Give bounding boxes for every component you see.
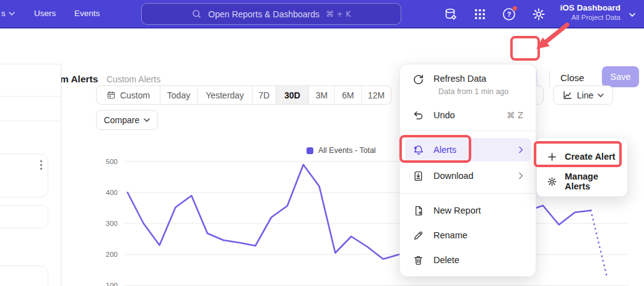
range-7d[interactable]: 7D: [253, 86, 276, 104]
date-range-selector: Custom Today Yesterday 7D 30D 3M 6M 12M: [96, 85, 391, 105]
chevron-down-icon: [598, 93, 604, 97]
chart-type-label: Line: [577, 90, 593, 100]
menu-item-label: New Report: [433, 206, 481, 215]
report-header: Custom Alerts Custom Alerts GV Duplicate…: [0, 28, 644, 64]
settings-icon[interactable]: [531, 7, 546, 22]
menu-item-label: Alerts: [433, 145, 456, 155]
notification-badge: [512, 6, 518, 11]
nav-item-events[interactable]: Events: [74, 9, 100, 18]
search-placeholder: Open Reports & Dashboards: [208, 9, 320, 19]
svg-text:500: 500: [106, 158, 118, 165]
new-report-icon: [412, 205, 424, 217]
help-icon[interactable]: ?: [502, 7, 516, 22]
compare-label: Compare: [104, 115, 140, 125]
left-sidebar: [0, 64, 61, 286]
project-scope: All Project Data: [560, 14, 620, 21]
search-icon: [191, 9, 202, 19]
range-6m[interactable]: 6M: [335, 86, 362, 104]
nav-brand-label: s: [1, 9, 6, 18]
gear-icon: [547, 176, 557, 187]
chevron-down-icon: [144, 118, 150, 122]
menu-item-label: Download: [433, 171, 474, 181]
menu-item-alerts[interactable]: Alerts: [405, 138, 531, 162]
svg-text:100: 100: [106, 282, 118, 286]
refresh-icon: [412, 74, 424, 85]
svg-text:200: 200: [106, 251, 118, 258]
undo-icon: [412, 110, 424, 121]
menu-item-label: Undo: [433, 110, 455, 120]
menu-item-label: Refresh Data: [433, 74, 486, 84]
menu-divider: [400, 131, 536, 131]
plus-icon: [547, 152, 557, 162]
global-search-input[interactable]: Open Reports & Dashboards ⌘ + K: [141, 3, 401, 25]
chevron-down-icon: [9, 12, 15, 15]
range-yesterday[interactable]: Yesterday: [198, 86, 253, 104]
chart-type-button[interactable]: Line: [553, 85, 613, 105]
data-icon[interactable]: [443, 7, 458, 22]
more-options-menu: Refresh Data Data from 1 min ago Undo ⌘ …: [399, 64, 536, 277]
submenu-item-label: Manage Alerts: [565, 171, 617, 191]
sidebar-metric-card[interactable]: [0, 205, 48, 228]
menu-item-label: Delete: [433, 255, 459, 265]
compare-button[interactable]: Compare: [96, 110, 158, 130]
menu-item-label: Rename: [433, 230, 468, 240]
top-nav: s Users Events Open Reports & Dashboards…: [0, 0, 644, 28]
sidebar-section[interactable]: [0, 64, 61, 97]
menu-shortcut: ⌘ Z: [507, 110, 523, 120]
submenu-item-create-alert[interactable]: Create Alert: [541, 145, 624, 168]
alerts-submenu: Create Alert Manage Alerts: [536, 137, 628, 197]
submenu-item-manage-alerts[interactable]: Manage Alerts: [541, 170, 624, 193]
range-custom[interactable]: Custom: [97, 86, 160, 104]
save-button[interactable]: Save: [602, 66, 639, 87]
download-icon: [412, 170, 424, 182]
range-12m[interactable]: 12M: [362, 86, 391, 104]
menu-divider: [400, 193, 536, 194]
pencil-icon: [412, 230, 424, 241]
search-shortcut: ⌘ + K: [326, 9, 351, 19]
menu-item-refresh-data[interactable]: Refresh Data Data from 1 min ago: [405, 69, 531, 98]
bell-plus-icon: [412, 144, 424, 156]
submenu-chevron-icon: [518, 172, 523, 180]
menu-item-download[interactable]: Download: [405, 165, 531, 187]
svg-text:?: ?: [507, 11, 511, 18]
range-3m[interactable]: 3M: [309, 86, 335, 104]
submenu-item-label: Create Alert: [565, 152, 616, 162]
close-button[interactable]: Close: [560, 72, 584, 83]
range-today[interactable]: Today: [160, 86, 198, 104]
header-divider: [549, 71, 550, 87]
project-switcher[interactable]: iOS Dashboard All Project Data: [560, 3, 620, 21]
sidebar-section[interactable]: [0, 97, 61, 121]
svg-text:400: 400: [106, 189, 118, 196]
apps-grid-icon[interactable]: [472, 7, 487, 22]
menu-item-delete[interactable]: Delete: [405, 249, 531, 271]
menu-item-undo[interactable]: Undo ⌘ Z: [405, 104, 531, 126]
submenu-chevron-icon: [518, 146, 523, 154]
trash-icon: [412, 254, 424, 266]
menu-item-rename[interactable]: Rename: [405, 224, 531, 246]
menu-item-subtitle: Data from 1 min ago: [438, 87, 508, 96]
sidebar-metric-card[interactable]: [0, 266, 48, 286]
sidebar-metric-card[interactable]: [0, 154, 48, 197]
calendar-icon: [107, 90, 116, 100]
app-window: s Users Events Open Reports & Dashboards…: [0, 0, 644, 286]
range-30d[interactable]: 30D: [276, 86, 309, 104]
nav-item-users[interactable]: Users: [34, 9, 56, 18]
svg-text:300: 300: [106, 220, 118, 227]
range-label: Custom: [120, 90, 150, 100]
breadcrumb: Custom Alerts: [107, 74, 160, 84]
nav-brand-truncated[interactable]: s: [1, 9, 15, 18]
kebab-menu-icon[interactable]: [40, 160, 42, 170]
line-chart-icon: [562, 90, 573, 100]
project-name: iOS Dashboard: [560, 3, 620, 12]
project-chevron-icon[interactable]: [629, 13, 635, 17]
menu-item-new-report[interactable]: New Report: [405, 199, 531, 222]
